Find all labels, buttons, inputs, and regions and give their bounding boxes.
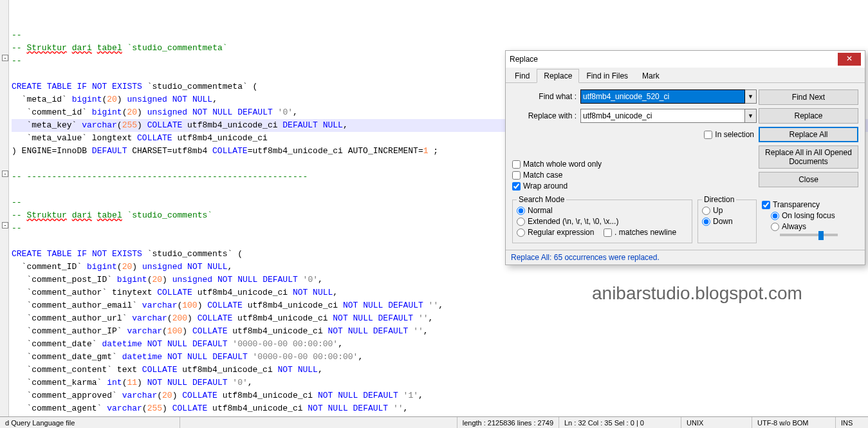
wrap-checkbox[interactable]	[512, 182, 521, 191]
match-case-checkbox[interactable]	[512, 171, 521, 180]
chevron-down-icon[interactable]: ▼	[745, 89, 757, 104]
status-bar: d Query Language file length : 2125836 l…	[0, 416, 868, 428]
extended-radio[interactable]	[517, 218, 525, 226]
dialog-titlebar[interactable]: Replace ✕	[506, 51, 865, 68]
regex-radio[interactable]	[517, 228, 525, 237]
status-language: d Query Language file	[0, 417, 180, 428]
status-position: Ln : 32 Col : 35 Sel : 0 | 0	[559, 417, 681, 428]
watermark-text: anibarstudio.blogspot.com	[592, 283, 802, 304]
whole-word-checkbox[interactable]	[512, 160, 521, 169]
tab-mark[interactable]: Mark	[635, 69, 667, 82]
replace-with-input[interactable]	[580, 109, 745, 123]
down-radio-label: Down	[713, 217, 733, 226]
matches-newline-checkbox[interactable]	[604, 228, 612, 237]
replace-all-docs-button[interactable]: Replace All in All Opened Documents	[759, 145, 858, 169]
whole-word-label: Match whole word only	[523, 160, 602, 169]
replace-button[interactable]: Replace	[759, 108, 858, 124]
close-button[interactable]: Close	[759, 172, 858, 187]
chevron-down-icon[interactable]: ▼	[745, 109, 757, 123]
losing-focus-radio[interactable]	[771, 212, 779, 220]
replace-dialog: Replace ✕ Find Replace Find in Files Mar…	[505, 50, 865, 265]
matches-newline-label: . matches newline	[614, 228, 676, 237]
fold-gutter: ---	[0, 0, 9, 416]
replace-with-label: Replace with :	[512, 111, 580, 120]
transparency-label: Transparency	[773, 200, 820, 209]
status-eol: UNIX	[681, 417, 752, 428]
wrap-label: Wrap around	[523, 181, 568, 191]
close-icon[interactable]: ✕	[838, 53, 861, 66]
tab-find-in-files[interactable]: Find in Files	[579, 69, 635, 82]
always-radio[interactable]	[771, 223, 779, 231]
find-what-input[interactable]	[580, 89, 745, 104]
always-label: Always	[782, 222, 806, 231]
down-radio[interactable]	[702, 218, 710, 226]
in-selection-checkbox[interactable]	[704, 131, 712, 139]
losing-focus-label: On losing focus	[782, 211, 835, 220]
fold-minus-icon[interactable]: -	[2, 171, 8, 177]
find-next-button[interactable]: Find Next	[759, 89, 858, 105]
direction-group-label: Direction	[702, 195, 736, 204]
replace-all-button[interactable]: Replace All	[759, 127, 858, 142]
in-selection-label: In selection	[715, 130, 754, 139]
status-encoding: UTF-8 w/o BOM	[752, 417, 836, 428]
fold-minus-icon[interactable]: -	[2, 222, 8, 228]
status-length: length : 2125836 lines : 2749	[457, 417, 559, 428]
tab-find[interactable]: Find	[508, 69, 537, 82]
normal-radio[interactable]	[517, 207, 525, 215]
dialog-status: Replace All: 65 occurrences were replace…	[506, 250, 865, 265]
find-what-label: Find what :	[512, 92, 580, 101]
transparency-slider[interactable]	[780, 234, 838, 236]
tab-replace[interactable]: Replace	[537, 69, 579, 83]
dialog-tabs: Find Replace Find in Files Mark	[506, 68, 865, 83]
match-case-label: Match case	[523, 171, 562, 180]
search-mode-group-label: Search Mode	[517, 195, 566, 204]
up-radio[interactable]	[702, 207, 710, 215]
extended-radio-label: Extended (\n, \r, \t, \0, \x...)	[528, 217, 618, 226]
dialog-title: Replace	[510, 55, 838, 64]
regex-radio-label: Regular expression	[528, 228, 594, 237]
normal-radio-label: Normal	[528, 206, 553, 215]
up-radio-label: Up	[713, 206, 723, 215]
status-mode: INS	[836, 417, 868, 428]
transparency-checkbox[interactable]	[762, 201, 770, 209]
fold-minus-icon[interactable]: -	[2, 55, 8, 61]
